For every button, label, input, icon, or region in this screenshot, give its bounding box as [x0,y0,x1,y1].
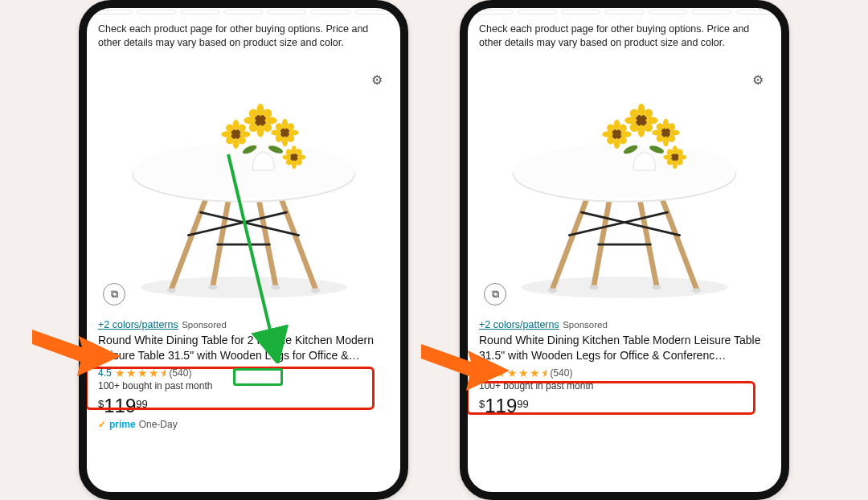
svg-point-92 [657,134,664,141]
svg-point-28 [263,109,272,117]
svg-point-24 [257,104,264,116]
svg-point-94 [673,145,678,154]
svg-point-9 [311,288,320,293]
svg-line-58 [582,212,680,236]
svg-point-99 [667,149,674,155]
svg-point-95 [673,160,678,169]
svg-point-39 [287,134,294,141]
svg-point-19 [238,124,246,132]
svg-point-68 [614,137,620,148]
svg-point-60 [548,288,557,293]
svg-point-91 [668,134,675,141]
sponsored-label[interactable]: Sponsored [563,320,608,330]
svg-point-43 [292,160,297,169]
svg-point-61 [692,288,701,293]
colors-patterns-link[interactable]: +2 colors/patterns [479,319,559,330]
svg-point-87 [652,129,662,135]
svg-point-30 [263,123,272,132]
svg-point-79 [645,117,657,124]
svg-point-83 [630,123,639,132]
phone-right: Check each product page for other buying… [460,0,789,500]
svg-point-38 [276,123,283,130]
price-whole: 119 [104,396,136,416]
product-image[interactable]: ⧉ [479,53,770,310]
svg-point-76 [638,104,645,116]
rating-value: 4.5 [98,367,112,379]
svg-point-10 [208,285,217,289]
svg-point-69 [602,131,612,137]
svg-point-34 [282,136,288,146]
svg-point-17 [221,131,231,137]
filter-chip-row [474,10,775,18]
bought-count: 100+ bought in past month [98,380,389,391]
swatch-icon[interactable]: ⧉ [103,283,125,305]
svg-point-74 [607,137,615,145]
price-cents: 99 [517,398,528,410]
svg-point-96 [663,154,672,159]
product-image[interactable]: ⧉ [98,53,389,310]
rating-row[interactable]: 4.5 ★★★★★ (540) [98,367,389,379]
product-title[interactable]: Round White Dining Kitchen Table Modern … [479,333,770,363]
svg-point-45 [297,154,306,159]
svg-point-31 [249,123,258,132]
svg-point-33 [282,119,288,129]
svg-point-22 [226,137,234,145]
rating-row[interactable]: 4.5 ★★★★★ (540) [479,367,770,379]
rating-count: (540) [169,367,191,379]
svg-point-98 [677,149,683,155]
prime-label: prime [109,419,136,430]
colors-patterns-link[interactable]: +2 colors/patterns [98,319,178,330]
svg-point-101 [667,159,674,166]
svg-point-18 [240,131,250,137]
svg-point-8 [167,288,176,293]
svg-point-44 [282,154,291,159]
svg-point-81 [630,109,639,117]
svg-point-89 [668,123,675,130]
star-icon: ★★★★★ [115,367,166,379]
svg-point-70 [620,131,631,137]
delivery-speed: One-Day [139,419,178,430]
prime-delivery: ✓ prime One-Day [98,419,389,430]
svg-point-35 [271,129,281,135]
svg-point-90 [657,123,664,130]
product-title[interactable]: Round White Dining Table for 2 People Ki… [98,333,389,363]
svg-point-36 [289,129,299,135]
svg-point-71 [619,124,627,132]
svg-point-67 [614,120,620,130]
buying-options-notice: Check each product page for other buying… [98,23,389,50]
svg-point-100 [677,159,683,166]
filter-chip-row [93,10,394,18]
svg-point-49 [286,159,293,166]
prime-check-icon: ✓ [98,419,106,430]
svg-point-80 [644,109,653,117]
price-cents: 99 [136,398,147,410]
svg-point-73 [619,137,627,145]
svg-point-48 [296,159,302,166]
price: $ 119 99 [479,396,770,416]
svg-point-16 [233,137,240,148]
rating-count: (540) [550,367,572,379]
svg-point-47 [286,149,293,155]
sponsored-label[interactable]: Sponsored [182,320,227,330]
svg-point-15 [233,120,240,130]
svg-point-97 [678,154,687,159]
bought-count: 100+ bought in past month [479,380,770,391]
svg-point-27 [264,117,276,124]
product-card[interactable]: ⚙ [98,53,389,430]
svg-point-88 [669,129,680,135]
svg-point-42 [292,145,297,154]
product-card[interactable]: ⚙ [479,53,770,416]
svg-point-29 [249,109,258,117]
swatch-icon[interactable]: ⧉ [484,283,506,305]
price-whole: 119 [485,396,517,416]
svg-point-86 [663,136,669,146]
svg-point-46 [296,149,302,155]
svg-point-37 [287,123,294,130]
svg-point-82 [644,123,653,132]
price-currency: $ [479,398,485,410]
svg-point-25 [257,125,264,137]
svg-line-6 [201,212,299,236]
svg-point-11 [271,285,280,289]
svg-point-78 [624,117,637,124]
rating-value: 4.5 [479,367,493,379]
